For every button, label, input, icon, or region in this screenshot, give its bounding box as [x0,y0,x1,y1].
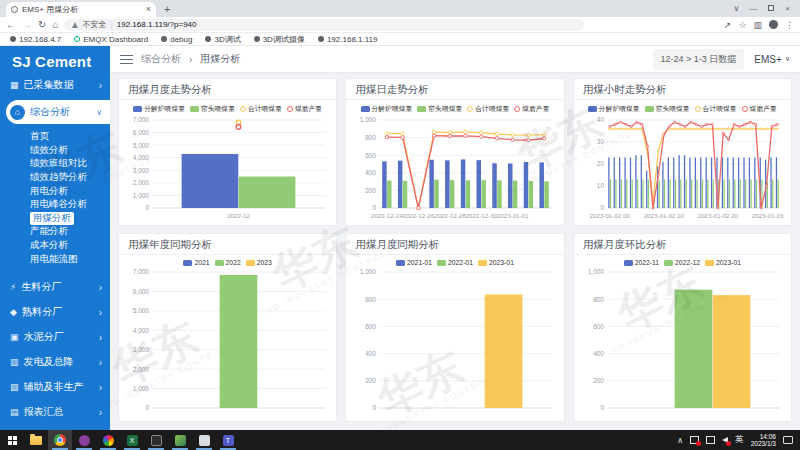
bookmark-item[interactable]: 192.168.4.7 [10,35,61,44]
sidebar-section-item[interactable]: ◆熟料分厂› [0,300,110,325]
legend-item[interactable]: 2021-01 [396,259,432,266]
sidebar-section-item[interactable]: ▨辅助及非生产› [0,375,110,400]
legend-item[interactable]: 2023-01 [705,259,741,266]
chrome-icon[interactable] [48,430,72,450]
legend-item[interactable]: 合计喂煤量 [240,104,282,114]
legend-item[interactable]: 2021 [183,259,209,266]
side-panel-icon[interactable]: ▥ [753,20,762,30]
sidebar-subitem[interactable]: 绩效趋势分析 [0,171,110,185]
legend-item[interactable]: 2022-11 [624,259,659,266]
bookmark-item[interactable]: 192.168.1.119 [318,35,378,44]
sidebar-subitem[interactable]: 成本分析 [0,239,110,253]
windows-start-button[interactable] [0,430,24,450]
legend-item[interactable]: 煤磨产量 [742,104,777,114]
sidebar-section-item[interactable]: ▣水泥分厂› [0,325,110,350]
sidebar-subitem[interactable]: 用电分析 [0,184,110,198]
sidebar-subitem[interactable]: 用煤分析 [0,212,110,226]
legend-item[interactable]: 窑头喂煤量 [190,104,235,114]
bookmark-item[interactable]: 3D调试 [205,34,240,45]
sidebar-section-item[interactable]: ▤报表汇总› [0,400,110,425]
legend-item[interactable]: 煤磨产量 [514,104,549,114]
legend-item[interactable]: 2023-01 [478,259,514,266]
tab-close-icon[interactable]: × [146,5,151,14]
bookmark-item[interactable]: debug [161,35,192,44]
legend-label: 2022-11 [635,259,659,266]
notes-app-icon[interactable] [192,430,216,450]
image-viewer-icon[interactable] [168,430,192,450]
profile-avatar[interactable] [769,20,778,29]
purple-app-icon[interactable] [72,430,96,450]
tray-display-icon[interactable] [706,436,715,444]
taskbar-clock[interactable]: 14:06 2023/1/3 [751,433,776,448]
url-text[interactable]: 192.168.1.119/?p=940 [117,20,197,29]
chart-plot[interactable]: 02004006008001,000 [580,267,785,415]
security-label[interactable]: 不安全 [82,19,106,30]
svg-text:3,000: 3,000 [133,167,150,174]
volume-muted-icon[interactable] [722,437,728,443]
ime-indicator[interactable]: 英 [735,434,744,446]
legend-item[interactable]: 2022-01 [437,259,473,266]
date-range-button[interactable]: 12-24 > 1-3 日数据 [653,49,745,70]
file-explorer-icon[interactable] [24,430,48,450]
legend-item[interactable]: 分解炉喂煤量 [361,104,413,114]
chart-legend: 2022-112022-122023-01 [580,256,785,267]
sidebar-subitem[interactable]: 用电峰谷分析 [0,198,110,212]
sidebar-section-item[interactable]: ▥发电及总降› [0,350,110,375]
sidebar-subitem[interactable]: 产能分析 [0,225,110,239]
sidebar-subitem[interactable]: 用电能流图 [0,252,110,266]
forward-icon[interactable]: → [22,20,32,30]
legend-item[interactable]: 合计喂煤量 [467,104,509,114]
truck-icon: ▣ [10,332,19,342]
new-tab-button[interactable]: + [164,2,170,17]
notification-center-icon[interactable] [783,436,793,444]
home-icon[interactable]: ⌂ [52,20,58,30]
breadcrumb-parent[interactable]: 综合分析 [141,52,181,66]
menu-toggle-icon[interactable] [120,54,133,65]
legend-label: 2021 [194,259,209,266]
chart-plot[interactable]: 01,0002,0003,0004,0005,0006,0007,0002022… [125,115,330,221]
chart-title: 用煤日走势分析 [346,79,563,100]
legend-item[interactable]: 2023 [246,259,272,266]
sidebar-subitem[interactable]: 绩效班组对比 [0,157,110,171]
legend-label: 2022-12 [675,259,700,266]
bookmark-item[interactable]: 3D调试摄像 [254,34,305,45]
legend-label: 煤磨产量 [522,104,549,114]
teams-icon[interactable] [216,430,240,450]
legend-item[interactable]: 2022 [215,259,241,266]
tab-search-chevron-icon[interactable]: ∨ [728,4,745,13]
bookmark-item[interactable]: EMQX Dashboard [74,35,148,44]
browser-menu-kebab-icon[interactable]: ⋮ [785,20,794,30]
reload-icon[interactable]: ↻ [38,20,46,30]
chart-plot[interactable]: 02004006008001,000 [352,267,557,415]
legend-item[interactable]: 煤磨产量 [287,104,322,114]
sidebar-item-comprehensive-analysis[interactable]: ⌂ 综合分析 ∨ [6,100,110,124]
chart-plot[interactable]: 0102030402023-01-02 002023-01-02 102023-… [580,115,785,221]
tray-app-icon[interactable] [690,436,699,444]
terminal-icon[interactable] [144,430,168,450]
browser-tab[interactable]: EMS+ 用煤分析 × [6,2,156,17]
window-close-button[interactable]: × [779,4,796,13]
window-maximize-button[interactable] [762,4,779,13]
share-icon[interactable]: ↗ [724,20,732,30]
color-wheel-app-icon[interactable] [96,430,120,450]
back-icon[interactable]: ← [6,20,16,30]
legend-item[interactable]: 分解炉喂煤量 [588,104,640,114]
user-menu[interactable]: EMS+ ∨ [754,54,790,65]
bookmark-star-icon[interactable]: ☆ [738,20,746,30]
legend-item[interactable]: 合计喂煤量 [695,104,737,114]
sidebar-section-item[interactable]: ⚡生料分厂› [0,275,110,300]
excel-icon[interactable] [120,430,144,450]
legend-item[interactable]: 窑头喂煤量 [417,104,462,114]
legend-item[interactable]: 窑头喂煤量 [645,104,690,114]
legend-item[interactable]: 分解炉喂煤量 [133,104,185,114]
sidebar-item-collected-data[interactable]: ▦ 已采集数据 › [0,74,110,96]
chart-plot[interactable]: 02004006008001,0002022-12-242022-12-2620… [352,115,557,221]
tray-expand-icon[interactable]: ∧ [677,436,683,445]
url-bar[interactable]: 不安全 | 192.168.1.119/?p=940 [64,19,584,31]
svg-text:1,000: 1,000 [133,192,150,199]
legend-item[interactable]: 2022-12 [664,259,700,266]
sidebar-subitem[interactable]: 绩效分析 [0,144,110,158]
window-minimize-button[interactable]: — [745,4,762,13]
sidebar-subitem[interactable]: 首页 [0,130,110,144]
chart-plot[interactable]: 01,0002,0003,0004,0005,0006,0007,000 [125,267,330,415]
